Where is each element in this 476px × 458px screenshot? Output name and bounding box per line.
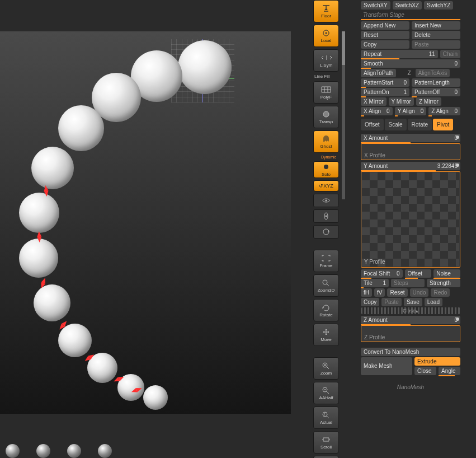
viewport-3d[interactable] [0, 31, 291, 414]
close-bar[interactable]: Close▴ [361, 307, 460, 314]
viewport-toolbar: Floor Local L.Sym Line Fill PolyF Transp… [313, 0, 344, 458]
patternon-slider[interactable]: PatternOn1 [361, 88, 409, 96]
close-button[interactable]: Close [414, 367, 436, 375]
xamount-slider[interactable]: X Amount0 [361, 134, 460, 142]
fv-button[interactable]: fV [374, 288, 385, 297]
svg-point-8 [323, 229, 329, 235]
load-button[interactable]: Load [425, 298, 442, 306]
switchyz-button[interactable]: SwitchYZ [424, 1, 453, 10]
reset-button[interactable]: Reset [361, 31, 409, 39]
lsym-button[interactable]: L.Sym [313, 49, 339, 72]
patternoff-slider[interactable]: PatternOff0 [412, 88, 460, 96]
viewport-scrollbar[interactable] [342, 31, 345, 199]
floor-button[interactable]: Floor [313, 0, 339, 22]
tile-slider[interactable]: Tile1 [361, 279, 389, 287]
rotate-tab[interactable]: Rotate [408, 119, 432, 130]
scale-tab[interactable]: Scale [385, 119, 407, 130]
zmirror-button[interactable]: Z Mirror [416, 97, 441, 106]
dot-icon[interactable] [456, 163, 459, 167]
expand-button[interactable] [313, 456, 339, 458]
svg-point-7 [326, 216, 327, 217]
scrollbar-thumb[interactable] [342, 31, 345, 65]
orbit-x-icon[interactable] [313, 194, 339, 207]
switchxz-button[interactable]: SwitchXZ [393, 1, 422, 10]
makemesh-button[interactable]: Make Mesh [361, 357, 412, 375]
xprofile-box[interactable]: X Profile [361, 143, 460, 160]
yalign-slider[interactable]: Y Align0 [395, 107, 427, 115]
copy-button[interactable]: Copy [361, 40, 409, 49]
focalshift-slider[interactable]: Focal Shift0 [361, 269, 403, 278]
append-new-button[interactable]: Append New [361, 21, 409, 30]
dot-icon[interactable] [456, 135, 459, 139]
angle-slider[interactable]: Angle [439, 367, 460, 375]
strength-slider[interactable]: Strength [427, 279, 460, 287]
noise-slider[interactable]: Noise [433, 269, 460, 278]
arraymesh-panel: SwitchXY SwitchXZ SwitchYZ Transform Sta… [361, 0, 460, 458]
orbit-z-icon[interactable] [313, 225, 339, 239]
zoom-button[interactable]: Zoom [313, 357, 339, 380]
svg-point-5 [326, 200, 327, 202]
steps-slider[interactable]: Steps [391, 279, 425, 287]
convert-nanomesh-button[interactable]: Convert To NanoMesh [361, 348, 460, 356]
transform-stage-header: Transform Stage [361, 11, 460, 20]
move-button[interactable]: Move [313, 324, 339, 346]
repeat-slider[interactable]: Repeat11 [361, 50, 438, 58]
pivot-tab[interactable]: Pivot [433, 119, 453, 130]
offset-tab[interactable]: Offset [361, 119, 384, 130]
transp-button[interactable]: Transp [313, 106, 339, 128]
paste-button[interactable]: Paste [412, 40, 460, 49]
actual-button[interactable]: 1Actual [313, 406, 339, 429]
svg-text:1: 1 [324, 413, 326, 416]
undo-button[interactable]: Undo [410, 288, 429, 297]
paste2-button[interactable]: Paste [381, 298, 402, 306]
rotate-button[interactable]: Rotate [313, 299, 339, 321]
fh-button[interactable]: fH [361, 288, 372, 297]
solo-button[interactable]: Solo [313, 161, 339, 178]
material-swatch[interactable] [67, 444, 81, 458]
ymirror-button[interactable]: Y Mirror [389, 97, 414, 106]
polyf-button[interactable]: PolyF [313, 81, 339, 104]
smooth-slider[interactable]: Smooth0 [361, 59, 460, 68]
redo-button[interactable]: Redo [431, 288, 450, 297]
save-button[interactable]: Save [404, 298, 422, 306]
patternlength-button[interactable]: PatternLength [412, 78, 460, 87]
local-button[interactable]: Local [313, 25, 339, 47]
extrude-button[interactable]: Extrude [414, 357, 460, 366]
material-strip[interactable] [0, 448, 296, 458]
sphere [178, 40, 232, 94]
frame-button[interactable]: Frame [313, 250, 339, 272]
zamount-slider[interactable]: Z Amount0 [361, 316, 460, 324]
xmirror-button[interactable]: X Mirror [361, 97, 387, 106]
scroll-button[interactable]: Scroll [313, 431, 339, 454]
material-swatch[interactable] [98, 444, 112, 458]
material-swatch[interactable] [6, 444, 20, 458]
zalign-slider[interactable]: Z Align0 [428, 107, 460, 115]
yamount-slider[interactable]: Y Amount3.22846 [361, 162, 460, 170]
aligntoaxis-button[interactable]: AlignToAxis [416, 69, 450, 77]
xalign-slider[interactable]: X Align0 [361, 107, 393, 115]
nanomesh-header[interactable]: NanoMesh [361, 383, 460, 391]
offset-slider[interactable]: Offset [405, 269, 432, 278]
ghost-button[interactable]: Ghost [313, 130, 339, 153]
path-arrow [43, 185, 48, 191]
material-swatch[interactable] [36, 444, 50, 458]
sphere [19, 239, 58, 278]
sphere [31, 147, 74, 189]
copy2-button[interactable]: Copy [361, 298, 379, 306]
orbit-y-icon[interactable] [313, 209, 339, 223]
dot-icon[interactable] [456, 317, 459, 321]
zoom3d-button[interactable]: Zoom3D [313, 274, 339, 297]
reset2-button[interactable]: Reset [387, 288, 407, 297]
aahalf-button[interactable]: AAHalf [313, 382, 339, 404]
xyz-button[interactable]: ↺XYZ [313, 180, 339, 191]
chain-button[interactable]: Chain [440, 50, 460, 58]
sphere [143, 385, 168, 410]
insert-new-button[interactable]: Insert New [412, 21, 460, 30]
switchxy-button[interactable]: SwitchXY [361, 1, 390, 10]
yprofile-box[interactable]: Y Profile [361, 171, 460, 268]
delete-button[interactable]: Delete [412, 31, 460, 39]
patternstart-slider[interactable]: PatternStart0 [361, 78, 409, 87]
checker-preview [362, 172, 459, 267]
aligntopath-button[interactable]: AlignToPath [361, 69, 396, 77]
zprofile-box[interactable]: Z Profile [361, 325, 460, 342]
